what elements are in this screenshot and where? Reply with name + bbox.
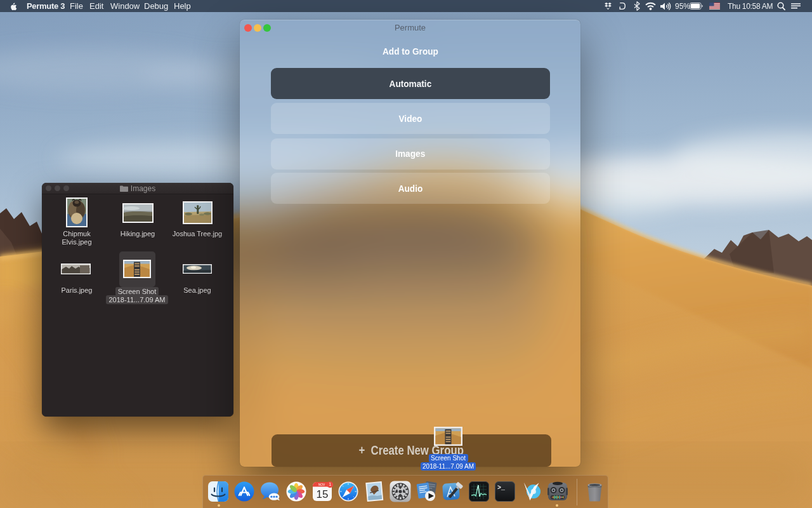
- svg-text:NOV: NOV: [318, 483, 325, 486]
- svg-text:1: 1: [329, 482, 331, 486]
- svg-text:>_: >_: [497, 485, 506, 491]
- svg-text:15: 15: [317, 488, 329, 500]
